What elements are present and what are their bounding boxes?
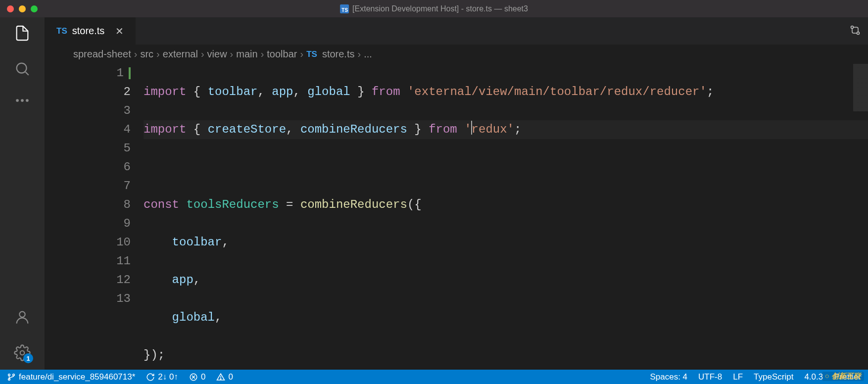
breadcrumb-part[interactable]: main [236, 48, 257, 60]
editor-area: TS store.ts ✕ spread-sheet› src› externa… [45, 17, 868, 370]
explorer-icon[interactable] [13, 24, 31, 42]
line-number: 9 [124, 217, 131, 230]
typescript-file-icon: TS [56, 26, 67, 36]
window-title: TS [Extension Development Host] - store.… [340, 4, 528, 13]
account-icon[interactable] [13, 308, 31, 326]
breadcrumb-part[interactable]: spread-sheet [73, 48, 131, 60]
breadcrumb[interactable]: spread-sheet› src› external› view› main›… [45, 45, 868, 64]
breadcrumb-tail[interactable]: ... [364, 48, 372, 60]
more-icon[interactable] [13, 96, 31, 105]
chevron-right-icon: › [261, 48, 264, 60]
svg-point-0 [17, 63, 27, 73]
line-number: 10 [116, 236, 131, 249]
svg-point-4 [26, 99, 29, 102]
search-icon[interactable] [13, 60, 31, 78]
close-icon[interactable]: ✕ [115, 25, 124, 37]
line-number: 3 [124, 104, 131, 117]
breadcrumb-part[interactable]: src [140, 48, 153, 60]
line-number: 7 [124, 179, 131, 192]
minimap[interactable] [853, 64, 868, 111]
chevron-right-icon: › [357, 48, 361, 60]
breadcrumb-part[interactable]: view [207, 48, 227, 60]
line-number: 4 [124, 123, 131, 136]
line-number: 6 [124, 160, 131, 174]
diff-added-indicator [129, 67, 131, 79]
line-number: 8 [124, 198, 131, 211]
chevron-right-icon: › [134, 48, 138, 60]
maximize-window-icon[interactable] [31, 5, 38, 12]
svg-line-1 [26, 72, 29, 75]
svg-point-2 [16, 99, 19, 102]
svg-point-11 [13, 374, 15, 376]
line-number: 1 [117, 66, 124, 80]
chevron-right-icon: › [201, 48, 204, 60]
tab-actions [849, 24, 861, 38]
svg-point-7 [851, 26, 854, 28]
window-title-text: [Extension Development Host] - store.ts … [352, 4, 528, 13]
breadcrumb-part[interactable]: toolbar [267, 48, 297, 60]
line-number: 13 [116, 292, 131, 305]
titlebar: TS [Extension Development Host] - store.… [0, 0, 868, 17]
svg-point-6 [20, 351, 25, 355]
window-controls [7, 5, 38, 12]
settings-gear-icon[interactable]: 1 [13, 344, 31, 362]
code-editor[interactable]: 1 2 3 4 5 6 7 8 9 10 11 12 13 import { t… [45, 64, 868, 384]
line-number: 12 [116, 273, 131, 287]
settings-badge: 1 [23, 353, 33, 363]
chevron-right-icon: › [300, 48, 303, 60]
svg-point-3 [21, 99, 24, 102]
compare-icon[interactable] [849, 24, 861, 38]
minimize-window-icon[interactable] [19, 5, 26, 12]
close-window-icon[interactable] [7, 5, 14, 12]
line-number: 2 [124, 85, 131, 98]
tab-store-ts[interactable]: TS store.ts ✕ [45, 17, 136, 45]
code-content[interactable]: import { toolbar, app, global } from 'ex… [144, 64, 868, 384]
svg-point-8 [857, 32, 860, 34]
watermark: ○ 创新互联 [822, 372, 864, 381]
breadcrumb-part[interactable]: external [163, 48, 198, 60]
typescript-file-icon: TS [340, 4, 349, 13]
svg-point-5 [19, 312, 25, 317]
line-number: 5 [124, 142, 131, 155]
chevron-right-icon: › [156, 48, 160, 60]
tab-filename: store.ts [72, 25, 105, 37]
chevron-right-icon: › [230, 48, 234, 60]
line-number-gutter: 1 2 3 4 5 6 7 8 9 10 11 12 13 [45, 64, 144, 384]
typescript-file-icon: TS [306, 49, 317, 59]
line-number: 11 [116, 254, 131, 268]
tab-bar: TS store.ts ✕ [45, 17, 868, 45]
activity-bar: 1 [0, 17, 45, 370]
svg-point-9 [8, 374, 10, 376]
breadcrumb-file[interactable]: store.ts [322, 48, 355, 60]
